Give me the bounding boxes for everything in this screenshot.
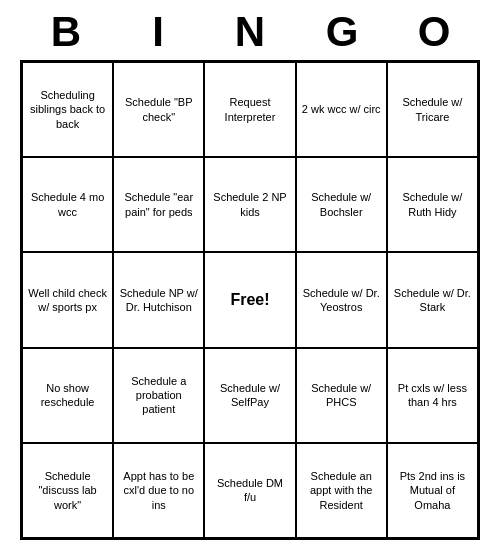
bingo-cell: Schedule w/ Ruth Hidy: [387, 157, 478, 252]
bingo-cell: Request Interpreter: [204, 62, 295, 157]
bingo-letter: N: [206, 8, 294, 56]
bingo-cell: Pts 2nd ins is Mutual of Omaha: [387, 443, 478, 538]
bingo-letter: B: [22, 8, 110, 56]
bingo-cell: Schedule "discuss lab work": [22, 443, 113, 538]
bingo-cell: Schedule "ear pain" for peds: [113, 157, 204, 252]
bingo-title: BINGO: [20, 0, 480, 60]
bingo-grid: Scheduling siblings back to backSchedule…: [20, 60, 480, 540]
bingo-cell: Schedule an appt with the Resident: [296, 443, 387, 538]
bingo-letter: O: [390, 8, 478, 56]
bingo-cell: Well child check w/ sports px: [22, 252, 113, 347]
bingo-cell: 2 wk wcc w/ circ: [296, 62, 387, 157]
bingo-cell: No show reschedule: [22, 348, 113, 443]
bingo-cell: Appt has to be cxl'd due to no ins: [113, 443, 204, 538]
bingo-cell: Schedule 2 NP kids: [204, 157, 295, 252]
bingo-cell: Schedule w/ Dr. Yeostros: [296, 252, 387, 347]
bingo-cell: Schedule w/ Dr. Stark: [387, 252, 478, 347]
bingo-cell: Schedule a probation patient: [113, 348, 204, 443]
bingo-letter: I: [114, 8, 202, 56]
bingo-cell: Pt cxls w/ less than 4 hrs: [387, 348, 478, 443]
bingo-cell: Scheduling siblings back to back: [22, 62, 113, 157]
bingo-cell: Schedule w/ PHCS: [296, 348, 387, 443]
bingo-cell: Schedule w/ Tricare: [387, 62, 478, 157]
bingo-cell: Schedule NP w/ Dr. Hutchison: [113, 252, 204, 347]
bingo-cell: Schedule "BP check": [113, 62, 204, 157]
bingo-letter: G: [298, 8, 386, 56]
bingo-cell: Schedule 4 mo wcc: [22, 157, 113, 252]
bingo-cell: Schedule DM f/u: [204, 443, 295, 538]
bingo-cell: Schedule w/ SelfPay: [204, 348, 295, 443]
bingo-cell: Free!: [204, 252, 295, 347]
bingo-cell: Schedule w/ Bochsler: [296, 157, 387, 252]
